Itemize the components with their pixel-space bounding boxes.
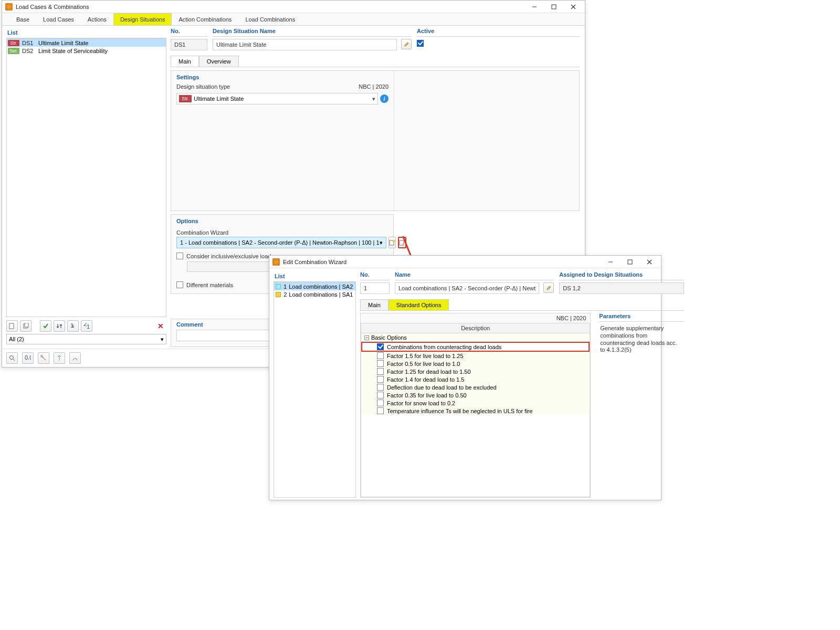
wizard-list-row[interactable]: 2 Load combinations | SA1 - Geom: [274, 290, 355, 298]
collapse-icon[interactable]: −: [364, 335, 369, 340]
wizard-tab-standard-options[interactable]: Standard Options: [388, 299, 449, 310]
wizard-value: 1 - Load combinations | SA2 - Second-ord…: [180, 239, 380, 246]
tab-load-cases[interactable]: Load Cases: [36, 13, 81, 25]
option-row[interactable]: Factor 1.25 for dead load to 1.50: [361, 368, 590, 375]
option-row[interactable]: Factor 1.4 for dead load to 1.5: [361, 375, 590, 383]
parameters-text: Generate supplementary combinations from…: [599, 322, 684, 357]
tab-design-situations[interactable]: Design Situations: [113, 13, 172, 25]
ds-type-select[interactable]: Str. Ultimate Limit State ▾: [176, 93, 378, 104]
tab-actions[interactable]: Actions: [81, 13, 113, 25]
tool5-button[interactable]: [69, 352, 81, 364]
option-row[interactable]: Factor 1.5 for live load to 1.25: [361, 352, 590, 360]
chevron-down-icon: ▾: [380, 239, 383, 246]
renumber-button[interactable]: 1: [67, 320, 79, 332]
ds-type-tag: Str.: [179, 95, 192, 102]
option-checkbox[interactable]: [377, 407, 384, 414]
filter-select[interactable]: All (2) ▾: [6, 334, 166, 344]
option-row[interactable]: Temperature influence Ts will be neglect…: [361, 407, 590, 415]
svg-text:1: 1: [87, 323, 90, 329]
wizard-select[interactable]: 1 - Load combinations | SA2 - Second-ord…: [176, 237, 386, 248]
group-label: Basic Options: [371, 334, 407, 341]
units-button[interactable]: 0.0: [22, 352, 34, 364]
option-row[interactable]: Deflection due to dead load to be exclud…: [361, 383, 590, 391]
wizard-new-button[interactable]: [388, 237, 396, 248]
new-button[interactable]: [6, 320, 18, 332]
filter-value: All (2): [9, 336, 24, 342]
tab-action-combinations[interactable]: Action Combinations: [172, 13, 238, 25]
copy-button[interactable]: [20, 320, 32, 332]
ds-name: Ultimate Limit State: [38, 40, 165, 46]
minimize-button[interactable]: [601, 256, 620, 268]
wizard-no-label: No.: [360, 271, 390, 280]
option-checkbox[interactable]: [377, 384, 384, 391]
detail-tab-main[interactable]: Main: [171, 56, 199, 67]
measure-button[interactable]: [38, 352, 49, 364]
tree-group[interactable]: − Basic Options: [361, 333, 590, 342]
active-label: Active: [417, 28, 580, 37]
options-table: Description − Basic Options Combinations…: [361, 323, 590, 497]
tab-base[interactable]: Base: [9, 13, 36, 25]
ds-name-field[interactable]: Ultimate Limit State: [213, 39, 397, 50]
option-checkbox[interactable]: [377, 352, 384, 359]
svg-rect-4: [9, 323, 14, 329]
option-row[interactable]: Factor for snow load to 0.2: [361, 399, 590, 407]
rename-button[interactable]: [543, 282, 554, 293]
delete-button[interactable]: ✕: [155, 320, 166, 332]
option-label: Temperature influence Ts will be neglect…: [387, 408, 532, 414]
option-checkbox[interactable]: [377, 368, 384, 375]
active-checkbox[interactable]: [417, 40, 424, 47]
ds-list-row[interactable]: Ser. DS2 Limit State of Serviceability: [7, 47, 166, 55]
chevron-down-icon: ▾: [161, 336, 164, 343]
window-title: Load Cases & Combinations: [16, 4, 525, 10]
inclusive-checkbox[interactable]: [176, 253, 183, 259]
wizard-no-field[interactable]: 1: [360, 282, 390, 294]
ds-list-row[interactable]: Str. DS1 Ultimate Limit State: [7, 39, 166, 47]
ds-listbox[interactable]: Str. DS1 Ultimate Limit State Ser. DS2 L…: [6, 38, 166, 317]
left-panel: List Str. DS1 Ultimate Limit State Ser. …: [2, 26, 169, 344]
check-button[interactable]: [40, 320, 51, 332]
option-checkbox[interactable]: [377, 400, 384, 406]
option-row[interactable]: Factor 0.5 for live load to 1.0: [361, 360, 590, 368]
minimize-button[interactable]: [525, 1, 544, 13]
option-label: Factor 0.5 for live load to 1.0: [387, 361, 460, 367]
settings-header: Settings: [176, 74, 388, 80]
svg-rect-18: [628, 260, 632, 264]
option-checkbox[interactable]: [377, 392, 384, 398]
wizard-titlebar: Edit Combination Wizard: [269, 256, 661, 268]
option-checkbox[interactable]: [377, 376, 384, 383]
ds-id: DS2: [22, 48, 36, 54]
option-row[interactable]: Combinations from counteracting dead loa…: [361, 342, 590, 352]
wizard-list-row[interactable]: 1 Load combinations | SA2 - Secon: [274, 282, 355, 290]
wizard-edit-button[interactable]: [398, 237, 406, 248]
wizard-listbox[interactable]: 1 Load combinations | SA2 - Secon 2 Load…: [274, 282, 356, 498]
wizard-name-field[interactable]: Load combinations | SA2 - Second-order (…: [395, 282, 539, 294]
rename-button[interactable]: [401, 39, 412, 49]
ds-id: DS1: [22, 40, 36, 46]
close-button[interactable]: [640, 256, 659, 268]
assigned-label: Assigned to Design Situations: [559, 271, 684, 280]
row-name: Load combinations | SA1 - Geom: [289, 291, 354, 298]
svg-rect-16: [41, 355, 43, 357]
filter-button[interactable]: 21: [81, 320, 92, 332]
maximize-button[interactable]: [621, 256, 639, 268]
tool4-button[interactable]: [54, 352, 65, 364]
option-label: Factor 1.4 for dead load to 1.5: [387, 376, 464, 383]
wizard-tab-main[interactable]: Main: [360, 299, 388, 310]
option-checkbox[interactable]: [377, 343, 384, 350]
ds-type-value: Ultimate Limit State: [194, 96, 244, 102]
materials-checkbox[interactable]: [176, 281, 183, 288]
detail-tab-overview[interactable]: Overview: [199, 56, 239, 67]
option-row[interactable]: Factor 0.35 for live load to 0.50: [361, 391, 590, 399]
no-field[interactable]: DS1: [171, 39, 207, 50]
tab-load-combinations[interactable]: Load Combinations: [238, 13, 302, 25]
info-icon[interactable]: i: [380, 94, 388, 103]
svg-rect-1: [552, 5, 556, 9]
option-label: Deflection due to dead load to be exclud…: [387, 384, 497, 391]
maximize-button[interactable]: [544, 1, 563, 13]
option-checkbox[interactable]: [377, 360, 384, 367]
chevron-down-icon: ▾: [372, 96, 375, 102]
svg-text:0.0: 0.0: [25, 355, 31, 361]
sort-button[interactable]: [54, 320, 65, 332]
search-button[interactable]: [6, 352, 18, 364]
close-button[interactable]: [564, 1, 583, 13]
